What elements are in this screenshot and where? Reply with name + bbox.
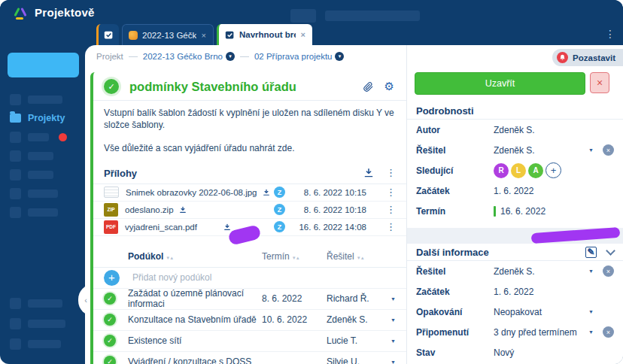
- sort-icon[interactable]: ▼▲: [357, 256, 364, 260]
- breadcrumb-project[interactable]: 2022-13 Géčko Brno ▾: [143, 52, 235, 61]
- subtask-check-icon[interactable]: ✓: [104, 314, 116, 326]
- subtask-assignee[interactable]: Zdeněk S.: [327, 314, 382, 325]
- attachments-title: Přílohy: [104, 168, 363, 179]
- chevron-down-icon[interactable]: ▾: [335, 52, 344, 61]
- kebab-menu-icon[interactable]: ⋮: [386, 168, 396, 177]
- sidebar-item-redacted[interactable]: [10, 317, 65, 329]
- pdf-file-icon: PDF: [104, 220, 118, 234]
- chevron-down-icon[interactable]: ▼: [588, 329, 594, 335]
- clear-icon[interactable]: ×: [603, 144, 614, 156]
- close-task-button[interactable]: Uzavřít: [415, 72, 585, 95]
- subtask-row[interactable]: ✓ Zažádat o územně plánovací informaci 8…: [93, 289, 406, 310]
- chevron-down-icon[interactable]: ▼: [382, 338, 396, 344]
- sidebar-item-redacted[interactable]: [10, 168, 53, 180]
- subtask-title[interactable]: Vyjádření / konzultace s DOSS: [128, 356, 262, 364]
- delete-task-button[interactable]: ×: [590, 72, 609, 93]
- chevron-down-icon[interactable]: ▼: [382, 296, 396, 302]
- chevron-down-icon[interactable]: ▾: [226, 52, 235, 61]
- app-logo[interactable]: Projektově: [15, 6, 95, 19]
- assignee-select[interactable]: Zdeněk S.: [494, 145, 588, 156]
- download-icon[interactable]: [263, 189, 270, 196]
- kebab-menu-icon[interactable]: ⋮: [386, 223, 396, 232]
- chevron-down-icon[interactable]: ▼: [588, 268, 594, 274]
- subtask-check-icon[interactable]: ✓: [104, 356, 116, 364]
- column-header-assignee[interactable]: Řešitel▼▲: [327, 251, 396, 262]
- start-date-value[interactable]: 1. 6. 2022: [494, 186, 614, 196]
- subtask-assignee[interactable]: Lucie T.: [327, 335, 382, 346]
- add-subtask-button[interactable]: +: [104, 270, 120, 286]
- subtask-assignee[interactable]: Silvie U.: [327, 356, 382, 364]
- download-icon[interactable]: [179, 206, 187, 214]
- sidebar-item-redacted[interactable]: [10, 297, 62, 309]
- sort-icon[interactable]: ▼▲: [166, 256, 173, 260]
- column-header-subtask[interactable]: Podúkol▼▲: [128, 251, 262, 262]
- chevron-down-icon[interactable]: ▼: [588, 147, 594, 153]
- clear-icon[interactable]: ×: [603, 326, 614, 338]
- gear-icon[interactable]: ⚙: [384, 80, 394, 93]
- subtask-check-icon[interactable]: ✓: [104, 293, 116, 305]
- task-icon: [225, 30, 235, 40]
- kebab-menu-icon[interactable]: ⋮: [386, 205, 396, 214]
- kebab-menu-icon[interactable]: ⋮: [386, 188, 396, 197]
- attachment-name[interactable]: odeslano.zip: [125, 205, 174, 214]
- sort-icon[interactable]: ▼▲: [292, 256, 299, 260]
- add-watcher-button[interactable]: +: [546, 162, 561, 178]
- attachment-name[interactable]: Snimek obrazovky 2022-06-08.jpg: [126, 188, 257, 197]
- subtask-due: 8. 6. 2022: [262, 293, 327, 304]
- sidebar-item-projects[interactable]: Projekty: [10, 112, 65, 124]
- alarm-icon: [557, 52, 568, 63]
- details-section: Podrobnosti Autor Zdeněk S. Řešitel Zden…: [407, 102, 623, 221]
- download-icon[interactable]: [223, 223, 231, 231]
- task-complete-check-icon[interactable]: ✓: [104, 79, 119, 94]
- subtask-title[interactable]: Existence sítí: [128, 335, 262, 346]
- chevron-down-icon[interactable]: ▼: [382, 359, 396, 364]
- attachment-row[interactable]: Snimek obrazovky 2022-06-08.jpg Z 8. 6. …: [93, 184, 406, 202]
- column-header-due[interactable]: Termín▼▲: [262, 251, 327, 262]
- subtask-row[interactable]: ✓ Vyjádření / konzultace s DOSS Silvie U…: [93, 352, 406, 364]
- close-icon[interactable]: ×: [300, 30, 306, 39]
- download-all-icon[interactable]: [363, 168, 374, 178]
- tab-project[interactable]: 2022-13 Géčko Brno ×: [122, 24, 214, 45]
- sidebar-item-redacted[interactable]: [10, 131, 67, 143]
- pause-button[interactable]: Pozastavit: [552, 49, 623, 66]
- tab-pinned[interactable]: [96, 24, 119, 45]
- add-subtask-row[interactable]: + Přidat nový podúkol: [93, 268, 406, 289]
- assignee-select[interactable]: Zdeněk S.: [494, 266, 588, 277]
- tab-task-active[interactable]: Navrhnout breakpoint ×: [217, 24, 312, 45]
- breadcrumb-phase[interactable]: 02 Příprava projektu ▾: [254, 52, 345, 61]
- sidebar-item-redacted[interactable]: [10, 93, 62, 105]
- subtask-check-icon[interactable]: ✓: [104, 335, 116, 347]
- add-subtask-placeholder[interactable]: Přidat nový podúkol: [132, 272, 396, 283]
- subtask-title[interactable]: Konzultace na Stavebním úřadě: [128, 314, 262, 325]
- chevron-down-icon[interactable]: ▼: [588, 309, 594, 314]
- attachment-name[interactable]: vyjadreni_scan.pdf: [125, 223, 197, 232]
- sidebar-item-redacted[interactable]: [10, 187, 58, 199]
- repeat-select[interactable]: Neopakovat: [494, 307, 588, 317]
- folder-icon: [10, 114, 21, 123]
- due-marker: [494, 206, 496, 217]
- subtask-assignee[interactable]: Richard Ř.: [327, 293, 382, 304]
- watcher-avatar[interactable]: L: [511, 163, 526, 178]
- start-date-value[interactable]: 1. 6. 2022: [494, 287, 614, 297]
- reminder-select[interactable]: 3 dny před termínem: [494, 327, 588, 338]
- sidebar-item-redacted[interactable]: [10, 150, 53, 162]
- kebab-menu-icon[interactable]: ⋮: [605, 29, 615, 39]
- due-date-value[interactable]: 16. 6. 2022: [494, 206, 614, 217]
- close-icon[interactable]: ×: [201, 31, 207, 40]
- chevron-down-icon[interactable]: ▼: [382, 317, 396, 323]
- edit-icon[interactable]: ✎: [585, 247, 597, 258]
- redacted-topbar-item: [325, 11, 420, 21]
- subtask-row[interactable]: ✓ Existence sítí Lucie T. ▼: [93, 331, 406, 352]
- clear-icon[interactable]: ×: [603, 265, 614, 277]
- chevron-down-icon[interactable]: [606, 246, 615, 256]
- subtask-row[interactable]: ✓ Konzultace na Stavebním úřadě 10. 6. 2…: [93, 310, 406, 331]
- sidebar-item-redacted[interactable]: [10, 206, 58, 218]
- watcher-avatar[interactable]: A: [528, 163, 543, 178]
- sidebar-primary-button[interactable]: [8, 53, 79, 77]
- attachment-row[interactable]: ZIP odeslano.zip Z 8. 6. 2022 10:18 ⋮: [93, 202, 406, 219]
- task-description-line: Vše důležité a scan vyjádření úřadu nahr…: [93, 131, 406, 154]
- sidebar-item-redacted[interactable]: [10, 338, 61, 350]
- subtask-title[interactable]: Zažádat o územně plánovací informaci: [128, 288, 262, 309]
- watcher-avatar[interactable]: R: [494, 163, 509, 178]
- paperclip-icon[interactable]: [363, 81, 374, 93]
